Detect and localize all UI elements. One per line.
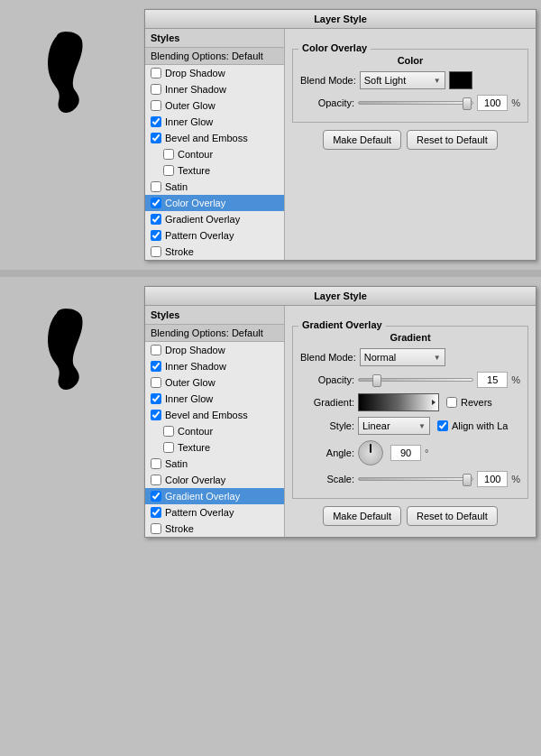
style-checkbox-drop-shadow-2[interactable] [151, 345, 161, 355]
style-label-2: Style: [300, 420, 354, 431]
style-item-color-overlay-1[interactable]: Color Overlay [145, 195, 284, 211]
opacity-row-1: Opacity: % [300, 95, 520, 111]
opacity-slider-2[interactable] [358, 378, 473, 382]
panel-1: Layer Style Styles Blending Options: Def… [0, 0, 541, 270]
style-row-2: Style: Linear ▼ Align with La [300, 417, 520, 435]
style-item-texture-2[interactable]: Texture [145, 439, 284, 456]
style-checkbox-texture-1[interactable] [163, 165, 174, 176]
style-item-pattern-overlay-1[interactable]: Pattern Overlay [145, 227, 284, 244]
blend-mode-row-2: Blend Mode: Normal ▼ [300, 348, 520, 366]
style-checkbox-contour-2[interactable] [163, 426, 174, 437]
style-label-stroke-1: Stroke [165, 246, 194, 257]
style-item-drop-shadow-2[interactable]: Drop Shadow [145, 342, 284, 358]
reset-default-button-2[interactable]: Reset to Default [407, 506, 498, 526]
style-label-contour-1: Contour [178, 149, 213, 160]
style-label-stroke-2: Stroke [165, 523, 194, 534]
section-group-title-gradient-overlay: Gradient Overlay [298, 319, 386, 330]
style-item-contour-1[interactable]: Contour [145, 146, 284, 162]
style-checkbox-texture-2[interactable] [163, 442, 174, 453]
blend-mode-label-1: Blend Mode: [300, 75, 356, 86]
angle-dial-2[interactable] [358, 440, 383, 466]
style-item-bevel-emboss-2[interactable]: Bevel and Emboss [145, 407, 284, 423]
style-checkbox-outer-glow-2[interactable] [151, 377, 161, 388]
dialog-titlebar-2: Layer Style [145, 287, 536, 306]
style-checkbox-bevel-emboss-1[interactable] [151, 133, 161, 143]
style-checkbox-color-overlay-2[interactable] [151, 475, 161, 485]
style-item-pattern-overlay-2[interactable]: Pattern Overlay [145, 504, 284, 521]
blend-mode-value-2: Normal [364, 352, 396, 363]
style-checkbox-stroke-2[interactable] [151, 523, 161, 534]
style-checkbox-inner-glow-1[interactable] [151, 116, 161, 127]
style-checkbox-satin-1[interactable] [151, 181, 161, 192]
style-label-color-overlay-1: Color Overlay [165, 198, 225, 208]
reverse-label-2: Revers [461, 397, 492, 408]
style-checkbox-bevel-emboss-2[interactable] [151, 410, 161, 420]
style-checkbox-pattern-overlay-1[interactable] [151, 230, 161, 241]
scale-thumb-2[interactable] [463, 474, 472, 486]
style-item-contour-2[interactable]: Contour [145, 423, 284, 439]
section-group-color-overlay: Color Overlay Color Blend Mode: Soft Lig… [292, 49, 528, 123]
style-checkbox-drop-shadow-1[interactable] [151, 68, 161, 78]
style-label-drop-shadow-2: Drop Shadow [165, 345, 225, 355]
style-checkbox-inner-glow-2[interactable] [151, 393, 161, 404]
style-label-color-overlay-2: Color Overlay [165, 475, 225, 485]
preview-area-1 [5, 9, 144, 261]
opacity-input-2[interactable] [477, 372, 508, 388]
style-item-inner-shadow-1[interactable]: Inner Shadow [145, 81, 284, 97]
style-item-color-overlay-2[interactable]: Color Overlay [145, 472, 284, 488]
styles-header-1: Styles [145, 29, 284, 48]
align-checkbox-2[interactable] [437, 420, 448, 431]
scale-input-2[interactable] [477, 471, 508, 487]
gradient-swatch-2[interactable] [358, 393, 439, 411]
opacity-thumb-1[interactable] [463, 97, 472, 110]
scale-slider-2[interactable] [358, 477, 473, 481]
sub-section-gradient: Gradient [300, 332, 520, 343]
blend-mode-dropdown-2[interactable]: Normal ▼ [360, 348, 445, 366]
reset-default-button-1[interactable]: Reset to Default [407, 130, 498, 150]
style-checkbox-stroke-1[interactable] [151, 246, 161, 257]
style-item-inner-shadow-2[interactable]: Inner Shadow [145, 358, 284, 374]
blend-mode-arrow-1: ▼ [434, 77, 441, 85]
panel-2: Layer Style Styles Blending Options: Def… [0, 277, 541, 547]
reverse-checkbox-2[interactable] [446, 397, 457, 408]
style-label-outer-glow-1: Outer Glow [165, 100, 215, 111]
style-item-gradient-overlay-2[interactable]: Gradient Overlay [145, 488, 284, 504]
angle-input-2[interactable] [390, 445, 421, 461]
make-default-button-1[interactable]: Make Default [323, 130, 401, 150]
gradient-label-2: Gradient: [300, 397, 354, 408]
style-item-satin-1[interactable]: Satin [145, 179, 284, 195]
blend-mode-dropdown-1[interactable]: Soft Light ▼ [360, 71, 445, 89]
style-checkbox-outer-glow-1[interactable] [151, 100, 161, 111]
opacity-slider-1[interactable] [358, 101, 473, 105]
style-label-inner-glow-2: Inner Glow [165, 393, 213, 404]
style-item-outer-glow-2[interactable]: Outer Glow [145, 374, 284, 391]
styles-panel-1: Styles Blending Options: Default Drop Sh… [145, 29, 285, 260]
opacity-input-1[interactable] [477, 95, 508, 111]
style-dropdown-2[interactable]: Linear ▼ [358, 417, 430, 435]
style-checkbox-gradient-overlay-2[interactable] [151, 491, 161, 502]
style-item-stroke-2[interactable]: Stroke [145, 521, 284, 537]
style-checkbox-gradient-overlay-1[interactable] [151, 214, 161, 225]
style-checkbox-pattern-overlay-2[interactable] [151, 507, 161, 518]
style-item-texture-1[interactable]: Texture [145, 162, 284, 179]
style-item-inner-glow-2[interactable]: Inner Glow [145, 391, 284, 407]
style-item-satin-2[interactable]: Satin [145, 456, 284, 472]
style-checkbox-contour-1[interactable] [163, 149, 174, 160]
style-checkbox-satin-2[interactable] [151, 458, 161, 469]
dialog-titlebar-1: Layer Style [145, 10, 536, 29]
styles-list-header-1[interactable]: Blending Options: Default [145, 48, 284, 65]
make-default-button-2[interactable]: Make Default [323, 506, 401, 526]
style-checkbox-inner-shadow-2[interactable] [151, 361, 161, 372]
style-checkbox-inner-shadow-1[interactable] [151, 84, 161, 95]
style-item-bevel-emboss-1[interactable]: Bevel and Emboss [145, 130, 284, 146]
color-swatch-1[interactable] [449, 71, 472, 89]
opacity-thumb-2[interactable] [372, 374, 381, 387]
style-item-outer-glow-1[interactable]: Outer Glow [145, 97, 284, 114]
style-item-inner-glow-1[interactable]: Inner Glow [145, 114, 284, 130]
style-item-drop-shadow-1[interactable]: Drop Shadow [145, 65, 284, 81]
right-panel-1: Color Overlay Color Blend Mode: Soft Lig… [285, 29, 536, 260]
style-item-gradient-overlay-1[interactable]: Gradient Overlay [145, 211, 284, 227]
styles-list-header-2[interactable]: Blending Options: Default [145, 325, 284, 342]
style-checkbox-color-overlay-1[interactable] [151, 198, 161, 208]
style-item-stroke-1[interactable]: Stroke [145, 244, 284, 260]
